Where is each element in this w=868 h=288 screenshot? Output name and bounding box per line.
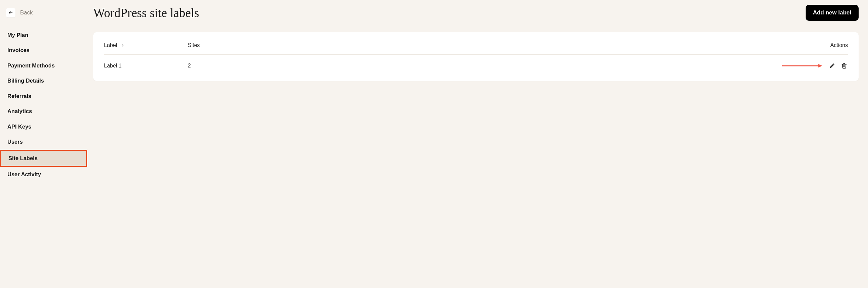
sidebar-item-users[interactable]: Users	[0, 134, 87, 149]
svg-marker-3	[818, 64, 823, 67]
page-header: WordPress site labels Add new label	[93, 5, 859, 21]
column-header-sites[interactable]: Sites	[188, 37, 289, 55]
add-new-label-button[interactable]: Add new label	[806, 5, 859, 21]
trash-icon	[841, 63, 847, 69]
labels-card: Label Sites Action	[93, 32, 859, 81]
sidebar-item-billing-details[interactable]: Billing Details	[0, 73, 87, 88]
delete-button[interactable]	[840, 62, 848, 69]
back-link[interactable]: Back	[0, 7, 87, 28]
sidebar-nav: My Plan Invoices Payment Methods Billing…	[0, 28, 87, 182]
back-label: Back	[20, 9, 33, 16]
edit-icon	[829, 63, 835, 69]
annotation-arrow-icon	[782, 64, 823, 68]
sidebar: Back My Plan Invoices Payment Methods Bi…	[0, 0, 87, 288]
sidebar-item-user-activity[interactable]: User Activity	[0, 167, 87, 182]
edit-button[interactable]	[829, 62, 836, 69]
sidebar-item-analytics[interactable]: Analytics	[0, 104, 87, 119]
main-content: WordPress site labels Add new label Labe…	[87, 0, 868, 288]
sidebar-item-site-labels[interactable]: Site Labels	[0, 150, 87, 167]
column-header-label-text: Label	[104, 42, 117, 48]
sort-asc-icon	[120, 44, 124, 48]
column-header-actions-text: Actions	[831, 42, 848, 48]
page-title: WordPress site labels	[93, 6, 199, 20]
column-header-sites-text: Sites	[188, 42, 200, 48]
cell-label: Label 1	[104, 55, 188, 73]
column-header-label[interactable]: Label	[104, 37, 188, 55]
sidebar-item-payment-methods[interactable]: Payment Methods	[0, 58, 87, 73]
back-arrow-icon	[6, 8, 16, 18]
sidebar-item-referrals[interactable]: Referrals	[0, 89, 87, 104]
table-row: Label 1 2	[104, 55, 848, 73]
sidebar-item-api-keys[interactable]: API Keys	[0, 119, 87, 134]
sidebar-item-my-plan[interactable]: My Plan	[0, 28, 87, 42]
sidebar-item-invoices[interactable]: Invoices	[0, 42, 87, 58]
cell-sites: 2	[188, 55, 289, 73]
column-header-actions: Actions	[289, 37, 848, 55]
labels-table: Label Sites Action	[104, 37, 848, 73]
